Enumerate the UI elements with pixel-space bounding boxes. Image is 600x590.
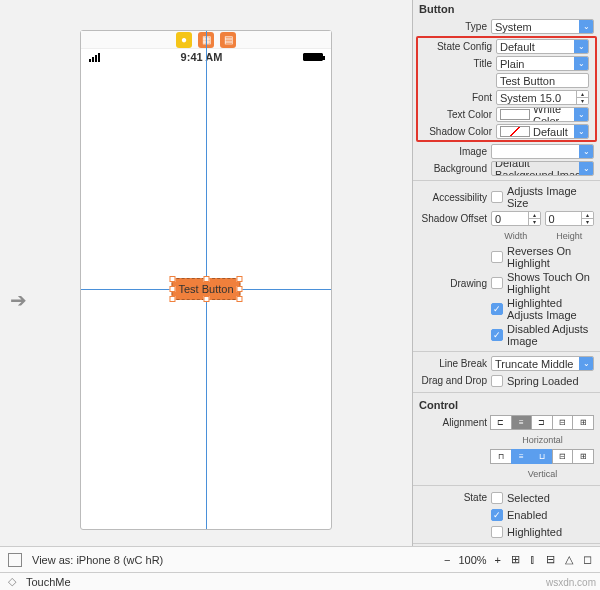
dis-adjusts-checkbox[interactable]: ✓ (491, 329, 503, 341)
toolbar-dot-icon[interactable]: ● (176, 32, 192, 48)
state-select[interactable]: Default⌄ (496, 39, 589, 54)
acc-checkbox[interactable] (491, 191, 503, 203)
watermark: wsxdn.com (546, 577, 596, 588)
selected-button-label: Test Button (178, 283, 233, 295)
align-label: Alignment (419, 417, 487, 428)
embed-icon[interactable]: ◻ (583, 553, 592, 566)
bg-select[interactable]: Default Background Image⌄ (491, 161, 594, 176)
shows-touch-checkbox[interactable] (491, 277, 503, 289)
type-select[interactable]: System⌄ (491, 19, 594, 34)
zoom-value: 100% (458, 554, 486, 566)
align-h-segment[interactable]: ⊏≡⊐⊟⊞ (491, 415, 594, 430)
state-label2: State (419, 492, 487, 503)
resize-handle[interactable] (203, 296, 209, 302)
constraints-icon[interactable]: ⊞ (511, 553, 520, 566)
zoom-controls: − 100% + (444, 554, 501, 566)
breadcrumb[interactable]: TouchMe (26, 576, 71, 588)
canvas-area[interactable]: ➔ ● ▦ ▤ 9:41 AM Test Button (0, 0, 412, 546)
font-label: Font (424, 92, 492, 103)
hl-adjusts-checkbox[interactable]: ✓ (491, 303, 503, 315)
image-label: Image (419, 146, 487, 157)
view-as-label[interactable]: View as: iPhone 8 (wC hR) (32, 554, 434, 566)
font-field[interactable]: System 15.0▴▾ (496, 90, 589, 105)
title-text-input[interactable]: Test Button (496, 73, 589, 88)
breadcrumb-bar: ◇ TouchMe wsxdn.com (0, 572, 600, 590)
resize-handle[interactable] (237, 286, 243, 292)
device-frame: ● ▦ ▤ 9:41 AM Test Button (80, 30, 332, 530)
bottom-bar: View as: iPhone 8 (wC hR) − 100% + ⊞ ⫿ ⊟… (0, 546, 600, 572)
zoom-in-button[interactable]: + (495, 554, 501, 566)
linebreak-label: Line Break (419, 358, 487, 369)
enabled-checkbox[interactable]: ✓ (491, 509, 503, 521)
resize-handle[interactable] (203, 276, 209, 282)
align-icon[interactable]: ⫿ (530, 553, 536, 566)
resize-handle[interactable] (169, 286, 175, 292)
zoom-out-button[interactable]: − (444, 554, 450, 566)
signal-icon (89, 53, 100, 62)
spring-loaded-checkbox[interactable] (491, 375, 503, 387)
inspector-panel: Button TypeSystem⌄ State ConfigDefault⌄ … (412, 0, 600, 546)
linebreak-select[interactable]: Truncate Middle⌄ (491, 356, 594, 371)
shadowcolor-select[interactable]: Default⌄ (496, 124, 589, 139)
dragdrop-label: Drag and Drop (419, 375, 487, 386)
shadowcolor-label: Shadow Color (424, 126, 492, 137)
shadowoff-label: Shadow Offset (419, 213, 487, 224)
toolbar-box2-icon[interactable]: ▤ (220, 32, 236, 48)
textcolor-label: Text Color (424, 109, 492, 120)
status-time: 9:41 AM (181, 51, 223, 63)
resolve-icon[interactable]: △ (565, 553, 573, 566)
title-select[interactable]: Plain⌄ (496, 56, 589, 71)
resize-handle[interactable] (237, 296, 243, 302)
chevron-down-icon: ⌄ (579, 20, 593, 33)
acc-label: Accessibility (419, 192, 487, 203)
type-label: Type (419, 21, 487, 32)
shadow-w-input[interactable]: 0▴▾ (491, 211, 541, 226)
battery-icon (303, 53, 323, 61)
resize-handle[interactable] (169, 296, 175, 302)
selected-button[interactable]: Test Button (171, 278, 240, 300)
reverses-checkbox[interactable] (491, 251, 503, 263)
guide-arrow-icon: ➔ (10, 288, 27, 312)
font-stepper-icon[interactable]: ▴▾ (576, 91, 588, 104)
shadow-h-input[interactable]: 0▴▾ (545, 211, 595, 226)
align-v-segment[interactable]: ⊓≡⊔⊟⊞ (491, 449, 594, 464)
resize-handle[interactable] (169, 276, 175, 282)
image-select[interactable]: ⌄ (491, 144, 594, 159)
section-button: Button (413, 0, 600, 18)
state-label: State Config (424, 41, 492, 52)
title-label: Title (424, 58, 492, 69)
selected-checkbox[interactable] (491, 492, 503, 504)
highlighted-checkbox[interactable] (491, 526, 503, 538)
pin-icon[interactable]: ⊟ (546, 553, 555, 566)
section-control: Control (413, 396, 600, 414)
panel-toggle-icon[interactable] (8, 553, 22, 567)
bg-label: Background (419, 163, 487, 174)
resize-handle[interactable] (237, 276, 243, 282)
textcolor-select[interactable]: White Color⌄ (496, 107, 589, 122)
